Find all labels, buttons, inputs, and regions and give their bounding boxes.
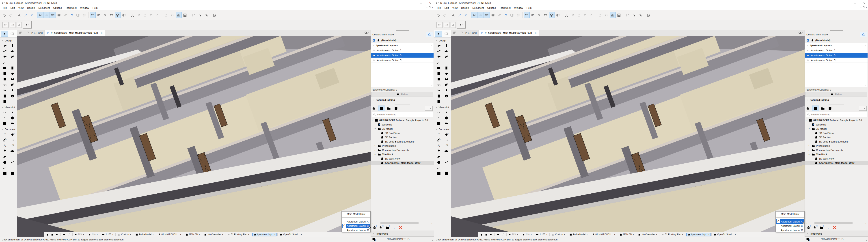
favorites-button[interactable] [624,12,630,18]
selection-settings-button[interactable]: ▸ [2,22,8,28]
magic-wand-button[interactable] [68,12,74,18]
beam-tool[interactable] [435,49,442,54]
figure-tool[interactable] [1,171,8,176]
option-c-row[interactable]: Apartments - Option C [805,58,868,63]
arrow-tool-infobox-button[interactable]: ▸ [457,21,466,29]
search-input[interactable] [377,113,424,116]
menu-file[interactable]: File [1,6,9,10]
3d-style-quick-option[interactable]: OpenGL Shadi...▸ [279,233,303,236]
menu-teamwork[interactable]: Teamwork [64,6,79,10]
3d-visualization-button[interactable]: ▾ [115,12,121,18]
zone-tool[interactable] [9,77,16,82]
scroll-right-icon[interactable]: › [864,222,867,224]
pen-set-quick-option[interactable]: N/A▸ [521,233,533,236]
scroll-up-icon[interactable] [430,44,433,47]
explore-button[interactable] [66,233,71,236]
adjust-button[interactable] [136,12,142,18]
explore-button[interactable] [500,233,505,236]
eye-hidden-icon[interactable] [806,54,809,57]
curtain-wall-tool[interactable] [1,65,8,70]
option-b-row[interactable]: Apartments - Option B [371,53,434,58]
option-c-row[interactable]: Apartments - Option C [371,58,434,63]
undo-button[interactable] [1,12,7,18]
navigator-menu-button[interactable] [859,106,867,111]
door-tool[interactable] [9,65,16,70]
scroll-right-icon[interactable]: › [430,222,433,224]
main-model-row[interactable]: (Main Model) [371,38,434,43]
popup-item-layout-a[interactable]: Apartment Layout A [342,219,370,223]
design-options-toolbar-button[interactable] [176,12,182,18]
guide-lines-button[interactable]: ▾ [37,12,43,18]
scrollbar-thumb[interactable] [814,222,852,224]
delete-button[interactable] [399,225,402,230]
tree-item-presentation[interactable]: ▸Presentation [371,144,434,148]
stair-tool[interactable] [1,60,8,65]
eye-visible-icon[interactable] [806,49,809,52]
renovation-filter-quick-option[interactable]: 01 Existing Plan▸ [660,233,684,236]
design-options-settings-button[interactable] [860,32,867,37]
issue-organizer-button[interactable] [616,12,622,18]
rotate-button[interactable] [169,12,176,18]
quad-view-button[interactable] [451,30,459,36]
close-button[interactable] [425,0,434,6]
menu-document[interactable]: Document [471,6,486,10]
redo-button[interactable] [442,12,448,18]
tree-item-3d-section[interactable]: 3D Section [805,135,868,140]
properties-section[interactable]: Properties [805,231,868,236]
clone-folder-button[interactable] [379,225,383,230]
scroll-down-icon[interactable] [864,84,867,86]
dimension-tool[interactable] [435,132,442,137]
tree-item-apartments-main-model-only[interactable]: Apartments - Main Model Only [805,161,868,165]
hatch-tool[interactable] [1,154,8,159]
navigator-menu-button[interactable] [425,106,433,111]
main-model-row[interactable]: (Main Model) [805,38,868,43]
opening-tool[interactable] [435,77,442,82]
tree-item-3d-load-bearing[interactable]: 3D Load Bearing Elements [805,140,868,144]
zone-tool[interactable] [443,77,450,82]
quad-view-button[interactable] [17,30,25,36]
palette-divider[interactable] [371,103,434,105]
virtual-trace-button[interactable]: ▾ [81,12,87,18]
morph-tool[interactable] [443,82,450,87]
shell-tool[interactable] [443,54,450,59]
shell-tool[interactable] [9,54,16,59]
resize-grip[interactable] [431,239,433,241]
apartment-layouts-group[interactable]: Apartment Layouts [805,43,868,48]
project-map-tab[interactable] [812,105,819,111]
tab-floor-plan[interactable]: [2. 2. Floor] [25,30,44,36]
object-tool[interactable] [1,88,8,93]
railing-tool[interactable] [443,60,450,65]
fill-tool[interactable] [9,149,16,153]
level-dimension-tool[interactable] [443,132,450,137]
favorites-button[interactable] [190,12,196,18]
marquee-settings-button[interactable]: ▸ [10,22,16,28]
tree-item-welcome[interactable]: Welcome [805,122,868,127]
menu-help[interactable]: Help [91,6,99,10]
orbit-button[interactable] [496,233,500,236]
split-button[interactable] [563,12,569,18]
drawing-tool[interactable] [443,171,450,176]
slab-tool[interactable] [9,49,16,54]
tab-close-icon[interactable]: ✕ [535,32,536,34]
circle-tool[interactable] [1,160,8,165]
find-select-button[interactable] [16,12,22,18]
tab-3d-model[interactable]: (!) Apartments - Main Model Only [3D / A… [44,30,105,36]
tree-item-apartments-main-model-only[interactable]: Apartments - Main Model Only [371,161,434,165]
spline-tool[interactable] [435,165,442,170]
element-information-button[interactable] [203,12,209,18]
model-view-quick-option[interactable]: MAM-3D▸ [618,233,635,236]
3d-viewport[interactable]: N/A▸ N/A▸ 1:100▸ Custom▸ Entire Model▸ 0… [451,36,805,237]
move-button[interactable] [597,12,603,18]
stretch-button[interactable] [102,12,108,18]
interior-elevation-tool[interactable] [1,115,8,120]
option-a-row[interactable]: Apartments - Option A [371,48,434,53]
teamwork-sync-icon[interactable] [806,237,810,241]
eye-hidden-icon[interactable] [372,49,375,52]
model-view-options-button[interactable]: ▾ [364,30,371,36]
navigator-horizontal-scrollbar[interactable]: ‹› [371,222,433,224]
window-tool[interactable] [1,71,8,76]
menu-design[interactable]: Design [459,6,470,10]
undo-button[interactable] [435,12,441,18]
redo-view-button[interactable] [484,233,489,236]
scroll-down-icon[interactable] [430,84,433,86]
